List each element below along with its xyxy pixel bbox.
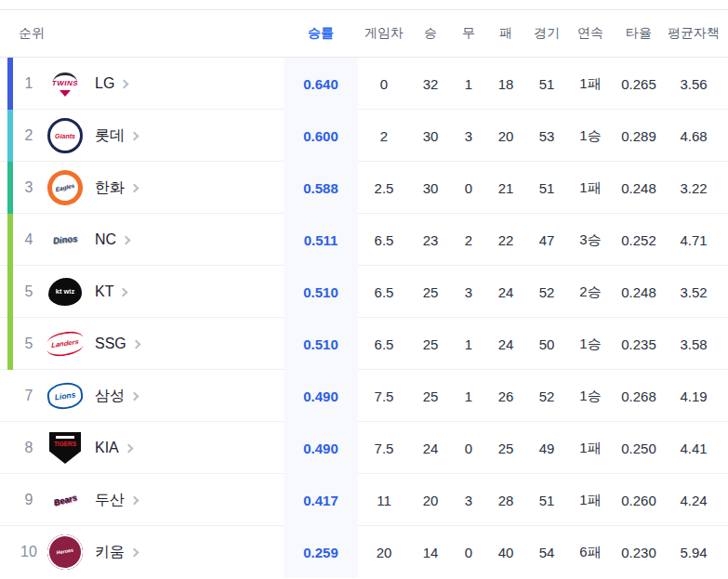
era-value: 4.19 bbox=[665, 388, 722, 404]
draws-value: 3 bbox=[451, 128, 486, 144]
kiwoom-heroes-logo-icon: Heroes bbox=[45, 532, 86, 572]
col-header-win-rate[interactable]: 승률 bbox=[284, 25, 358, 42]
chevron-right-icon bbox=[130, 184, 139, 193]
rank-color-bar bbox=[7, 58, 13, 110]
games-behind-value: 7.5 bbox=[358, 388, 410, 404]
table-header-row: 순위 승률 게임차 승 무 패 경기 연속 타율 평균자책 bbox=[0, 9, 728, 58]
games-value: 51 bbox=[525, 493, 568, 508]
hanwha-eagles-logo-icon: Eagles bbox=[44, 166, 86, 208]
games-value: 50 bbox=[525, 336, 568, 352]
rank-color-bar bbox=[7, 318, 13, 370]
streak-value: 1승 bbox=[568, 388, 613, 405]
chevron-right-icon bbox=[120, 80, 129, 89]
rank-value: 5 bbox=[13, 283, 45, 300]
col-header-games-behind[interactable]: 게임차 bbox=[358, 25, 410, 42]
chevron-right-icon bbox=[124, 444, 133, 454]
wins-value: 32 bbox=[410, 76, 451, 92]
team-name: KIA bbox=[95, 440, 119, 456]
win-rate-value: 0.510 bbox=[284, 318, 358, 370]
col-header-draws[interactable]: 무 bbox=[451, 25, 486, 42]
team-link[interactable]: SSG bbox=[86, 336, 284, 352]
col-header-rank[interactable]: 순위 bbox=[13, 25, 284, 42]
table-row: 5 kt wiz KT 0.510 6.5 25 3 24 52 2승 0.24… bbox=[0, 266, 728, 318]
team-link[interactable]: NC bbox=[86, 231, 284, 248]
rank-value: 10 bbox=[13, 544, 45, 560]
logo-wrap: TIGERS bbox=[45, 432, 86, 464]
rank-value: 3 bbox=[13, 179, 45, 196]
rank-color-bar bbox=[7, 110, 13, 162]
rank-value: 5 bbox=[13, 336, 45, 352]
standings-rows: 1 TWINS LG 0.640 0 32 1 18 51 1패 0.265 3… bbox=[0, 58, 728, 578]
win-rate-value: 0.588 bbox=[284, 162, 358, 214]
draws-value: 2 bbox=[451, 232, 486, 248]
games-value: 47 bbox=[525, 232, 568, 248]
team-link[interactable]: 키움 bbox=[86, 543, 284, 562]
wins-value: 25 bbox=[410, 284, 451, 300]
losses-value: 40 bbox=[486, 545, 525, 560]
table-row: 4 Dinos NC 0.511 6.5 23 2 22 47 3승 0.252… bbox=[0, 214, 728, 266]
games-value: 51 bbox=[525, 76, 568, 92]
table-row: 7 Lions 삼성 0.490 7.5 25 1 26 52 1승 0.268… bbox=[0, 370, 728, 422]
draws-value: 0 bbox=[451, 180, 486, 196]
streak-value: 1패 bbox=[568, 440, 613, 457]
lotte-giants-logo-icon: Giants bbox=[47, 118, 83, 153]
team-link[interactable]: 삼성 bbox=[86, 387, 284, 406]
losses-value: 25 bbox=[486, 441, 525, 456]
era-value: 4.41 bbox=[665, 441, 722, 456]
era-value: 3.22 bbox=[665, 180, 722, 196]
chevron-right-icon bbox=[130, 548, 139, 558]
table-row: 8 TIGERS KIA 0.490 7.5 24 0 25 49 1패 0.2… bbox=[0, 422, 728, 474]
col-header-losses[interactable]: 패 bbox=[486, 25, 525, 42]
rank-value: 2 bbox=[13, 127, 45, 144]
table-row: 3 Eagles 한화 0.588 2.5 30 0 21 51 1패 0.24… bbox=[0, 162, 728, 214]
streak-value: 1승 bbox=[568, 127, 613, 145]
games-behind-value: 7.5 bbox=[358, 441, 410, 456]
table-row: 9 Bears 두산 0.417 11 20 3 28 51 1패 0.260 … bbox=[0, 474, 728, 526]
wins-value: 30 bbox=[410, 128, 451, 144]
rank-color-bar bbox=[7, 266, 13, 318]
samsung-lions-logo-icon: Lions bbox=[46, 380, 85, 411]
losses-value: 24 bbox=[486, 284, 525, 300]
logo-wrap: Giants bbox=[45, 118, 86, 153]
games-behind-value: 2 bbox=[358, 128, 410, 144]
games-value: 51 bbox=[525, 180, 568, 196]
rank-color-bar bbox=[7, 214, 13, 266]
draws-value: 1 bbox=[451, 76, 486, 92]
win-rate-value: 0.259 bbox=[284, 526, 358, 578]
col-header-wins[interactable]: 승 bbox=[410, 25, 451, 42]
team-link[interactable]: KT bbox=[86, 283, 284, 300]
era-value: 4.68 bbox=[665, 128, 722, 144]
streak-value: 6패 bbox=[568, 544, 613, 561]
team-link[interactable]: LG bbox=[86, 75, 284, 92]
logo-wrap: Dinos bbox=[45, 222, 86, 257]
col-header-batting-avg[interactable]: 타율 bbox=[613, 25, 665, 42]
batting-avg-value: 0.289 bbox=[613, 128, 665, 144]
wins-value: 23 bbox=[410, 232, 451, 248]
win-rate-value: 0.490 bbox=[284, 422, 358, 474]
chevron-right-icon bbox=[131, 340, 140, 349]
games-behind-value: 6.5 bbox=[358, 232, 410, 248]
team-link[interactable]: 한화 bbox=[86, 178, 284, 198]
team-name: NC bbox=[95, 231, 116, 248]
games-behind-value: 2.5 bbox=[358, 180, 410, 196]
win-rate-value: 0.510 bbox=[284, 266, 358, 318]
wins-value: 14 bbox=[410, 545, 451, 560]
col-header-era[interactable]: 평균자책 bbox=[665, 25, 722, 42]
streak-value: 2승 bbox=[568, 283, 613, 301]
team-name: KT bbox=[95, 283, 113, 300]
col-header-streak[interactable]: 연속 bbox=[568, 25, 613, 42]
col-header-games[interactable]: 경기 bbox=[525, 25, 568, 42]
win-rate-value: 0.511 bbox=[284, 214, 358, 266]
team-link[interactable]: KIA bbox=[86, 440, 284, 456]
team-link[interactable]: 롯데 bbox=[86, 126, 284, 146]
wins-value: 25 bbox=[410, 388, 451, 404]
wins-value: 30 bbox=[410, 180, 451, 196]
losses-value: 20 bbox=[486, 128, 525, 144]
team-link[interactable]: 두산 bbox=[86, 491, 284, 510]
logo-wrap: kt wiz bbox=[45, 278, 86, 306]
lg-twins-logo-icon: TWINS bbox=[47, 66, 83, 101]
rank-value: 8 bbox=[13, 440, 45, 456]
logo-wrap: Landers bbox=[45, 332, 86, 356]
draws-value: 0 bbox=[451, 545, 486, 560]
team-name: 롯데 bbox=[95, 126, 125, 146]
